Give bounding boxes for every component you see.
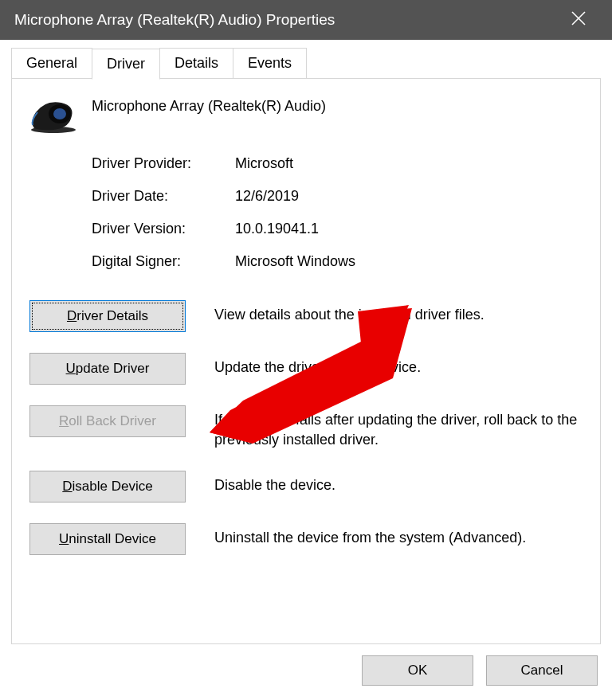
driver-version-value: 10.0.19041.1 xyxy=(235,221,583,237)
cancel-button[interactable]: Cancel xyxy=(486,655,598,686)
svg-point-4 xyxy=(53,108,66,119)
tab-strip: General Driver Details Events xyxy=(0,40,612,78)
roll-back-driver-row: Roll Back Driver If the device fails aft… xyxy=(29,405,583,450)
digital-signer-value: Microsoft Windows xyxy=(235,253,583,270)
driver-provider-value: Microsoft xyxy=(235,155,583,172)
uninstall-device-row: Uninstall Device Uninstall the device fr… xyxy=(29,523,583,555)
digital-signer-label: Digital Signer: xyxy=(92,253,235,270)
uninstall-device-desc: Uninstall the device from the system (Ad… xyxy=(214,523,526,548)
update-driver-mnemonic: U xyxy=(66,361,76,376)
device-header: Microphone Array (Realtek(R) Audio) xyxy=(29,96,583,133)
properties-window: Microphone Array (Realtek(R) Audio) Prop… xyxy=(0,0,612,700)
uninstall-device-button[interactable]: Uninstall Device xyxy=(29,523,186,555)
driver-details-row: Driver Details View details about the in… xyxy=(29,300,583,332)
disable-device-mnemonic: D xyxy=(62,479,72,494)
tab-driver[interactable]: Driver xyxy=(92,49,160,80)
driver-version-label: Driver Version: xyxy=(92,221,235,237)
driver-details-mnemonic: D xyxy=(67,308,76,323)
device-name: Microphone Array (Realtek(R) Audio) xyxy=(92,96,326,115)
roll-back-driver-button: Roll Back Driver xyxy=(29,405,186,437)
tab-general[interactable]: General xyxy=(11,48,92,79)
disable-device-button[interactable]: Disable Device xyxy=(29,471,186,503)
disable-device-row: Disable Device Disable the device. xyxy=(29,471,583,503)
driver-details-button[interactable]: Driver Details xyxy=(29,300,186,332)
disable-device-desc: Disable the device. xyxy=(214,471,335,495)
titlebar: Microphone Array (Realtek(R) Audio) Prop… xyxy=(0,0,612,40)
driver-provider-label: Driver Provider: xyxy=(92,155,235,172)
close-button[interactable] xyxy=(559,11,598,29)
driver-info-grid: Driver Provider: Microsoft Driver Date: … xyxy=(92,155,583,270)
tab-events[interactable]: Events xyxy=(233,48,307,79)
uninstall-device-mnemonic: U xyxy=(59,531,69,546)
driver-tab-panel: Microphone Array (Realtek(R) Audio) Driv… xyxy=(11,78,601,644)
update-driver-button[interactable]: Update Driver xyxy=(29,353,186,385)
update-driver-row: Update Driver Update the driver for this… xyxy=(29,353,583,385)
close-icon xyxy=(571,11,586,25)
ok-button[interactable]: OK xyxy=(362,655,473,686)
roll-back-driver-desc: If the device fails after updating the d… xyxy=(214,405,583,450)
driver-date-value: 12/6/2019 xyxy=(235,188,583,205)
driver-details-desc: View details about the installed driver … xyxy=(214,300,484,325)
webcam-icon xyxy=(29,98,77,133)
tab-details[interactable]: Details xyxy=(159,48,233,79)
dialog-footer: OK Cancel xyxy=(0,644,612,700)
roll-back-mnemonic: R xyxy=(59,413,69,428)
update-driver-desc: Update the driver for this device. xyxy=(214,353,421,377)
window-title: Microphone Array (Realtek(R) Audio) Prop… xyxy=(14,11,559,29)
driver-date-label: Driver Date: xyxy=(92,188,235,205)
